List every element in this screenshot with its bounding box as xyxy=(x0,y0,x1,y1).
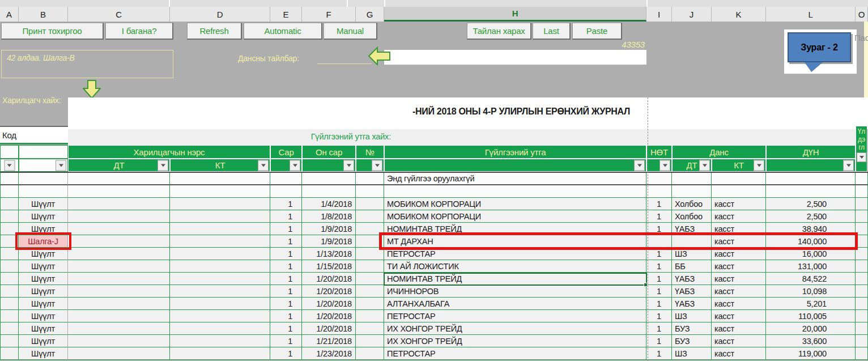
cell-k[interactable]: касст xyxy=(712,210,766,223)
cell-k[interactable]: касст xyxy=(712,260,766,273)
cell-b[interactable]: Шүүлт xyxy=(19,198,68,210)
cell-j[interactable] xyxy=(672,173,712,185)
cell-b[interactable]: Шүүлт xyxy=(19,210,68,223)
filter-dropdown[interactable] xyxy=(258,160,269,171)
cell-b[interactable]: Шүүлт xyxy=(19,260,68,273)
cell-a[interactable] xyxy=(0,285,19,298)
column-header-i[interactable]: I xyxy=(646,7,672,22)
cell-a[interactable] xyxy=(0,347,19,360)
picture-callout[interactable]: Зураг - 2 xyxy=(788,32,851,62)
cell-d[interactable] xyxy=(170,210,270,223)
cell-h[interactable]: ИХ ХОНГОР ТРЕЙД xyxy=(384,335,646,347)
cell-c[interactable] xyxy=(68,298,170,310)
cell-a[interactable] xyxy=(0,335,19,347)
cell-h[interactable]: МОБИКОМ КОРПОРАЦИ xyxy=(384,198,646,210)
cell-f[interactable] xyxy=(302,173,356,185)
cell-c[interactable] xyxy=(68,273,170,285)
cell-b[interactable] xyxy=(19,173,68,185)
cell-j[interactable]: Холбоо xyxy=(672,198,712,210)
cell-k[interactable]: касст xyxy=(712,322,766,335)
cell-i[interactable] xyxy=(646,173,672,185)
filter-dropdown[interactable] xyxy=(659,160,670,171)
filter-dropdown[interactable] xyxy=(343,160,354,171)
cell-g[interactable] xyxy=(356,198,384,210)
cell-d[interactable] xyxy=(170,285,270,298)
cell-f[interactable]: 1/9/2018 xyxy=(302,223,356,235)
cell-d[interactable] xyxy=(170,185,270,198)
cell-o[interactable] xyxy=(856,347,868,360)
column-i-button[interactable]: I багана? xyxy=(105,23,173,40)
cell-i[interactable]: 1 xyxy=(646,198,672,210)
header-amount[interactable]: ДҮН xyxy=(766,145,856,159)
cell-j[interactable]: БУЗ xyxy=(672,322,712,335)
column-header-f[interactable]: F xyxy=(302,7,356,22)
cell-k[interactable] xyxy=(712,185,766,198)
column-header-g[interactable]: G xyxy=(356,7,384,22)
filter-dropdown[interactable] xyxy=(754,160,764,171)
cell-j[interactable]: ҮАБЗ xyxy=(672,285,712,298)
cell-k[interactable]: касст xyxy=(712,310,766,322)
filter-dropdown[interactable] xyxy=(4,160,15,171)
cell-b[interactable]: Шүүлт xyxy=(19,285,68,298)
cell-o[interactable] xyxy=(856,210,868,223)
cell-d[interactable] xyxy=(170,235,270,248)
cell-o[interactable] xyxy=(856,322,868,335)
filter-dropdown[interactable] xyxy=(857,152,866,162)
cell-f[interactable]: 1/20/2018 xyxy=(302,273,356,285)
cell-e[interactable]: 1 xyxy=(270,347,302,360)
cell-i[interactable]: 1 xyxy=(646,347,672,360)
column-header-a[interactable]: A xyxy=(0,7,19,22)
cell-i[interactable]: 1 xyxy=(646,298,672,310)
cell-e[interactable] xyxy=(270,185,302,198)
cell-c[interactable] xyxy=(68,173,170,185)
cell-h[interactable] xyxy=(384,185,646,198)
cell-h[interactable]: Энд гүйлгээ оруулахгүй xyxy=(384,173,646,185)
header-partner-name[interactable]: Харилцагчын нэрс xyxy=(68,145,270,159)
column-header-o[interactable]: O xyxy=(856,7,868,22)
cell-i[interactable]: 1 xyxy=(646,285,672,298)
cell-i[interactable]: 1 xyxy=(646,310,672,322)
cell-e[interactable]: 1 xyxy=(270,235,302,248)
cell-d[interactable] xyxy=(170,260,270,273)
cell-j[interactable]: ҮАБЗ xyxy=(672,273,712,285)
cell-o[interactable] xyxy=(856,310,868,322)
cell-c[interactable] xyxy=(68,198,170,210)
cell-f[interactable]: 1/4/2018 xyxy=(302,198,356,210)
cell-b[interactable]: Шүүлт xyxy=(19,322,68,335)
paste-button[interactable]: Paste xyxy=(572,23,622,40)
cell-i[interactable]: 1 xyxy=(646,273,672,285)
automatic-button[interactable]: Automatic xyxy=(244,23,322,40)
cell-h[interactable]: МОБИКОМ КОРПОРАЦИ xyxy=(384,210,646,223)
cell-d[interactable] xyxy=(170,273,270,285)
cell-a[interactable] xyxy=(0,185,19,198)
cell-f[interactable]: 1/15/2018 xyxy=(302,260,356,273)
cell-b[interactable]: Шүүлт xyxy=(19,347,68,360)
cell-h[interactable]: ИХ ХОНГОР ТРЕЙД xyxy=(384,322,646,335)
cell-h[interactable]: АЛТАНХАЛБАГА xyxy=(384,298,646,310)
cell-g[interactable] xyxy=(356,335,384,347)
cell-o[interactable] xyxy=(856,198,868,210)
cell-f[interactable]: 1/20/2018 xyxy=(302,285,356,298)
cell-f[interactable]: 1/13/2018 xyxy=(302,248,356,260)
cell-l[interactable]: 2,500 xyxy=(766,198,856,210)
cell-g[interactable] xyxy=(356,185,384,198)
cell-l[interactable]: 2,500 xyxy=(766,210,856,223)
header-yearmonth[interactable]: Он сар xyxy=(302,145,356,159)
cell-g[interactable] xyxy=(356,210,384,223)
cell-l[interactable]: 33,600 xyxy=(766,335,856,347)
filter-dropdown[interactable] xyxy=(372,160,382,171)
cell-e[interactable]: 1 xyxy=(270,210,302,223)
cell-l[interactable]: 10,098 xyxy=(766,285,856,298)
column-header-l[interactable]: L xyxy=(766,7,856,22)
cell-f[interactable]: 1/23/2018 xyxy=(302,347,356,360)
cell-f[interactable]: 1/20/2018 xyxy=(302,322,356,335)
cell-i[interactable]: 1 xyxy=(646,335,672,347)
cell-b[interactable]: Шүүлт xyxy=(19,310,68,322)
header-vat[interactable]: НӨТ xyxy=(646,145,672,159)
cell-e[interactable]: 1 xyxy=(270,310,302,322)
cell-c[interactable] xyxy=(68,248,170,260)
cell-a[interactable] xyxy=(0,210,19,223)
filter-dropdown[interactable] xyxy=(843,160,854,171)
cell-d[interactable] xyxy=(170,173,270,185)
cell-c[interactable] xyxy=(68,310,170,322)
